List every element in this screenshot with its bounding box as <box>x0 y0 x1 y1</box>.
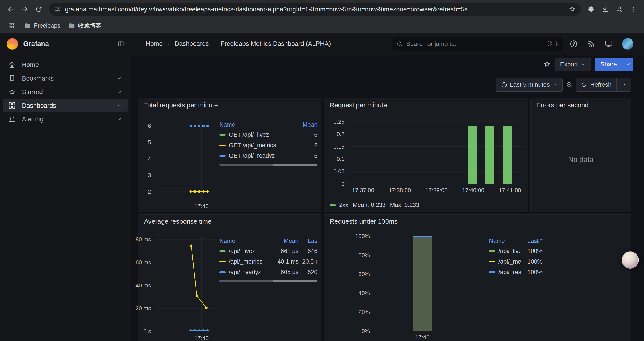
legend-series-metrics[interactable]: GET /api/_metrics <box>220 142 293 149</box>
panel-errors-per-second: Errors per second No data <box>530 98 631 212</box>
favorite-dashboard-button[interactable] <box>543 61 550 68</box>
sidebar-collapse-button[interactable] <box>118 41 124 47</box>
sidebar-item-label: Dashboards <box>22 102 110 109</box>
legend-series-2xx[interactable]: 2xx <box>330 202 348 208</box>
grafana-logo[interactable] <box>6 38 18 50</box>
series-color-dash <box>489 261 495 262</box>
user-avatar[interactable] <box>622 38 634 50</box>
news-button[interactable] <box>587 40 595 48</box>
chevron-down-icon <box>580 62 585 67</box>
panel-title[interactable]: Request per minute <box>330 101 387 109</box>
series-color-dash <box>489 271 495 273</box>
url-input[interactable] <box>65 6 565 13</box>
sidebar-item-dashboards[interactable]: Dashboards <box>3 99 128 112</box>
average-response-time-chart[interactable] <box>157 236 217 331</box>
reload-button[interactable] <box>32 3 45 16</box>
legend-series-livez[interactable]: /api/_livez <box>220 248 272 254</box>
legend-header-row: Name Last * <box>489 236 542 246</box>
legend-header-name[interactable]: Name <box>220 121 293 128</box>
kiosk-mode-button[interactable] <box>604 40 613 48</box>
scrollbar-thumb[interactable] <box>220 280 273 282</box>
share-menu-button[interactable] <box>622 58 634 71</box>
panel-title[interactable]: Average response time <box>144 218 212 225</box>
breadcrumb-home[interactable]: Home <box>146 40 163 47</box>
legend-row: GET /api/_metrics 2 <box>220 140 318 151</box>
downloads-button[interactable] <box>599 3 612 16</box>
url-bar[interactable] <box>49 3 581 16</box>
series-name: /api/_metrics <box>498 258 522 265</box>
legend-series-livez[interactable]: GET /api/_livez <box>220 131 293 138</box>
apps-grid-button[interactable] <box>6 21 16 31</box>
profile-icon <box>616 6 623 13</box>
panel-title[interactable]: Requests under 100ms <box>330 218 398 225</box>
sidebar-item-home[interactable]: Home <box>3 58 128 72</box>
panel-title[interactable]: Total requests per minute <box>144 101 218 109</box>
series-color-dash <box>220 250 226 252</box>
total-requests-chart[interactable] <box>157 122 217 199</box>
legend-header-mean[interactable]: Mean <box>272 238 298 244</box>
back-button[interactable] <box>4 3 17 16</box>
chevron-down-icon[interactable] <box>116 89 122 95</box>
legend-header-last[interactable]: Last * <box>522 238 542 244</box>
chevron-down-icon[interactable] <box>116 117 122 122</box>
legend-series-readyz[interactable]: /api/_readyz <box>489 269 522 276</box>
sidebar-item-label: Home <box>22 61 122 69</box>
search-box[interactable]: ⌘+k <box>392 37 563 51</box>
requests-under-100ms-chart[interactable] <box>373 234 485 331</box>
breadcrumb-dashboards[interactable]: Dashboards <box>174 40 209 47</box>
legend-scrollbar[interactable] <box>220 280 318 282</box>
share-button[interactable]: Share <box>595 58 622 71</box>
zoom-out-icon <box>566 81 573 88</box>
help-button[interactable] <box>570 40 578 48</box>
export-button[interactable]: Export <box>554 58 591 71</box>
dashboard-canvas: Last 5 minutes Refresh <box>130 74 644 341</box>
legend-header-last[interactable]: Las <box>298 238 318 244</box>
bookmark-star-icon[interactable] <box>568 6 576 13</box>
legend-series-readyz[interactable]: GET /api/_readyz <box>220 153 293 159</box>
legend-series-metrics[interactable]: /api/_metrics <box>220 258 272 265</box>
legend-scrollbar[interactable] <box>220 164 318 166</box>
time-range-picker[interactable]: Last 5 minutes <box>496 78 563 92</box>
request-per-minute-chart[interactable] <box>351 119 524 184</box>
refresh-label: Refresh <box>590 81 612 88</box>
bookmark-label: 收藏博客 <box>78 22 102 30</box>
zoom-out-button[interactable] <box>566 81 573 88</box>
folder-icon <box>68 22 75 29</box>
grafana-main: Home Dashboards Freeleaps Metrics Dashbo… <box>130 33 644 341</box>
refresh-button[interactable]: Refresh <box>576 78 616 91</box>
sidebar-item-alerting[interactable]: Alerting <box>3 112 128 126</box>
search-input[interactable] <box>406 40 544 47</box>
series-name: GET /api/_livez <box>229 131 269 138</box>
sidebar-item-label: Alerting <box>22 116 110 123</box>
legend-header-name[interactable]: Name <box>220 238 272 244</box>
search-icon <box>396 41 403 47</box>
forward-button[interactable] <box>18 3 31 16</box>
legend-series-livez[interactable]: /api/_livez <box>489 248 522 254</box>
chevron-down-icon[interactable] <box>116 103 122 108</box>
panel-request-per-minute: Request per minute 0.250.20.150.10.050 1… <box>324 98 528 212</box>
extensions-button[interactable] <box>585 3 598 16</box>
series-last-value: 20.5 r <box>298 258 318 265</box>
y-axis-labels: 65432 <box>138 122 154 199</box>
legend-header-name[interactable]: Name <box>489 238 522 244</box>
legend-series-metrics[interactable]: /api/_metrics <box>489 258 522 265</box>
browser-menu-button[interactable] <box>627 3 640 16</box>
sidebar-item-starred[interactable]: Starred <box>3 85 128 99</box>
assistant-avatar[interactable] <box>622 251 639 269</box>
legend-series-readyz[interactable]: /api/_readyz <box>220 269 272 276</box>
sidebar-item-bookmarks[interactable]: Bookmarks <box>3 72 128 85</box>
panel-total-requests: Total requests per minute 65432 17:40 Na… <box>138 98 321 212</box>
scrollbar-thumb[interactable] <box>220 164 273 166</box>
legend-row: /api/_metrics 100% <box>489 256 542 267</box>
legend-header-mean[interactable]: Mean <box>293 121 318 128</box>
bookmark-folder-freeleaps[interactable]: Freeleaps <box>24 22 60 29</box>
series-name: /api/_readyz <box>498 269 522 276</box>
bookmark-folder-blogs[interactable]: 收藏博客 <box>68 22 102 30</box>
refresh-split-button: Refresh <box>576 78 631 92</box>
site-settings-icon[interactable] <box>54 6 61 13</box>
question-circle-icon <box>570 40 578 48</box>
refresh-interval-button[interactable] <box>616 78 631 91</box>
breadcrumb-current[interactable]: Freeleaps Metrics Dashboard (ALPHA) <box>221 40 331 47</box>
profile-button[interactable] <box>613 3 626 16</box>
chevron-down-icon[interactable] <box>116 76 122 81</box>
